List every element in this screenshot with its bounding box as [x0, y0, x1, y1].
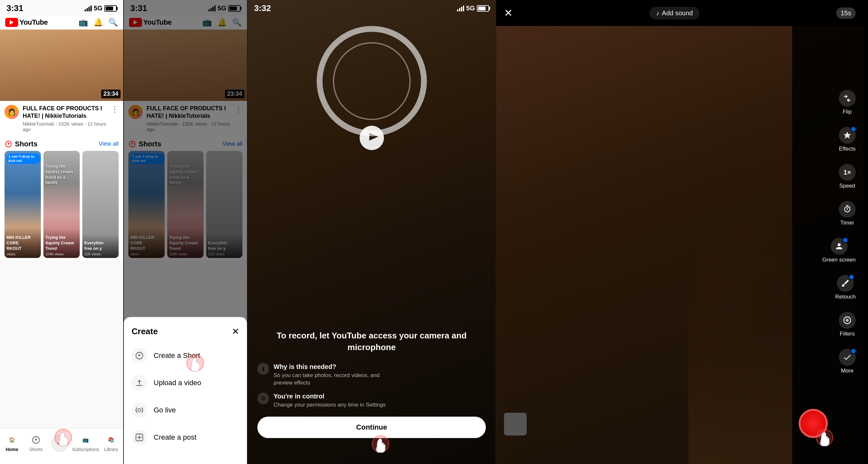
battery-icon-1 [104, 5, 117, 12]
nav-create-1[interactable]: + [48, 435, 72, 452]
short-title-1: MIN KILLER CORERKOUT [6, 235, 39, 252]
effect-flip[interactable]: Flip [839, 90, 856, 115]
short-caption-2: Trying the squirty creamtrend as a famil… [45, 164, 78, 186]
effects-panel: Flip Effects 1× Speed Timer [792, 0, 864, 464]
channel-avatar-1: 👩 [4, 105, 19, 119]
retouch-label: Retouch [835, 294, 856, 300]
retouch-icon [837, 275, 854, 292]
modal-item-live[interactable]: Go live [124, 397, 247, 424]
perm-text-1: Why is this needed? So you can take phot… [274, 363, 379, 387]
status-time-3: 3:32 [254, 3, 271, 13]
permission-bottom-3: To record, let YouTube access your camer… [257, 330, 486, 438]
signal-icon-1 [85, 5, 92, 11]
short-tag-1: 1 min Y-drop to kick out [6, 153, 41, 164]
permission-title-3: To record, let YouTube access your camer… [257, 330, 486, 353]
short-item-2[interactable]: Trying the squirty creamtrend as a famil… [43, 151, 80, 258]
notification-icon-1[interactable]: 🔔 [93, 18, 103, 27]
network-label-1: 5G [94, 4, 102, 12]
short-views-1: views [6, 252, 39, 256]
video-title-1: FULL FACE OF PRODUCTS I HATE! | NikkieTu… [23, 105, 107, 120]
shorts-big-logo-3 [357, 123, 386, 154]
nav-subscriptions-1[interactable]: 📺 Subscriptions [72, 434, 99, 452]
shorts-header-1: Shorts View all [0, 136, 123, 151]
add-sound-btn[interactable]: ♪ Add sound [650, 7, 700, 20]
effects-icon [839, 127, 856, 144]
record-button-4[interactable] [799, 409, 828, 438]
green-screen-badge [842, 237, 848, 243]
live-label: Go live [154, 406, 176, 414]
post-icon [132, 430, 147, 445]
short-views-3: 21K views [84, 252, 117, 256]
short-bottom-1: MIN KILLER CORERKOUT views [4, 228, 41, 258]
svg-rect-1 [136, 385, 143, 386]
modal-header: Create ✕ [124, 323, 247, 342]
create-short-icon [132, 348, 147, 364]
cast-icon-1[interactable]: 📺 [79, 18, 88, 27]
continue-button-3[interactable]: Continue [257, 417, 486, 438]
video-thumbnail-1[interactable]: 23:34 [0, 30, 123, 101]
effect-speed[interactable]: 1× Speed [839, 164, 856, 189]
retouch-badge [848, 274, 855, 280]
modal-item-post[interactable]: Create a post [124, 424, 247, 451]
effect-retouch[interactable]: Retouch [835, 275, 856, 300]
modal-title: Create [132, 326, 158, 337]
more-label: More [841, 368, 854, 374]
video-subtitle-1: NikkieTutorials · 152K views · 12 hours … [23, 121, 107, 132]
perm-sub-1: So you can take photos, record videos, a… [274, 372, 379, 387]
video-more-btn-1[interactable]: ⋮ [111, 105, 119, 114]
phone-1: 3:31 5G YouTube 📺 🔔 🔍 23:34 👩 [0, 0, 123, 464]
battery-icon-3 [477, 5, 489, 12]
short-bottom-3: Everythinfree on y 21K views [82, 234, 119, 258]
perm-heading-1: Why is this needed? [274, 363, 379, 371]
speed-icon: 1× [839, 164, 856, 181]
green-screen-icon [831, 238, 847, 255]
effect-effects[interactable]: Effects [839, 127, 856, 152]
perm-sub-2: Change your permissions any time in Sett… [274, 401, 386, 409]
search-icon-1[interactable]: 🔍 [108, 18, 118, 27]
network-label-3: 5G [466, 4, 475, 12]
gallery-thumbnail-4[interactable] [504, 413, 527, 435]
effect-more[interactable]: More [839, 349, 856, 374]
green-screen-label: Green screen [822, 257, 856, 263]
effect-filters[interactable]: Filters [839, 312, 856, 337]
permission-item-2: ⚙ You're in control Change your permissi… [257, 393, 486, 409]
filters-label: Filters [840, 331, 855, 337]
live-icon [132, 402, 147, 418]
short-item-1[interactable]: 1 min Y-drop to kick out MIN KILLER CORE… [4, 151, 41, 258]
phone-3: 3:32 5G To record, let YouTube access yo… [248, 0, 496, 464]
perm-text-2: You're in control Change your permission… [274, 393, 386, 409]
modal-item-upload[interactable]: Upload a video [124, 369, 247, 397]
yt-play-icon-1 [5, 18, 18, 27]
nav-library-1[interactable]: 📚 Library [99, 434, 123, 452]
camera-ring-inner [333, 42, 411, 120]
svg-point-2 [138, 408, 141, 411]
status-bar-1: 3:31 5G [0, 0, 123, 15]
video-info-1: FULL FACE OF PRODUCTS I HATE! | NikkieTu… [23, 105, 107, 132]
modal-close-btn[interactable]: ✕ [232, 326, 239, 337]
create-modal: Create ✕ Create a Short Upload a video [124, 317, 247, 464]
flip-icon [839, 90, 856, 107]
shorts-logo-icon-1 [4, 140, 12, 148]
effect-green-screen[interactable]: Green screen [822, 238, 856, 263]
nav-shorts-1[interactable]: Shorts [24, 434, 48, 452]
modal-item-create-short[interactable]: Create a Short [124, 342, 247, 369]
youtube-header-1: YouTube 📺 🔔 🔍 [0, 15, 123, 30]
speed-label: Speed [839, 183, 855, 189]
why-needed-icon: ℹ [257, 363, 269, 375]
phone4-header: ✕ ♪ Add sound 15s [496, 0, 864, 26]
close-button-4[interactable]: ✕ [504, 7, 513, 19]
svg-point-8 [846, 319, 848, 322]
nav-home-1[interactable]: 🏠 Home [0, 434, 24, 452]
signal-icon-3 [457, 5, 464, 11]
shorts-title-row-1: Shorts [4, 140, 38, 148]
short-title-2: Trying the Squirty Cream Trend [45, 235, 78, 252]
subscriptions-icon-1: 📺 [80, 434, 91, 445]
short-item-3[interactable]: Everythinfree on y 21K views [82, 151, 119, 258]
view-all-btn-1[interactable]: View all [98, 141, 119, 147]
effect-timer[interactable]: Timer [839, 201, 856, 226]
create-icon-1[interactable]: + [52, 435, 68, 452]
create-short-label: Create a Short [154, 351, 200, 360]
flip-label: Flip [843, 109, 851, 115]
add-sound-label: Add sound [662, 9, 693, 17]
status-icons-3: 5G [457, 4, 489, 12]
